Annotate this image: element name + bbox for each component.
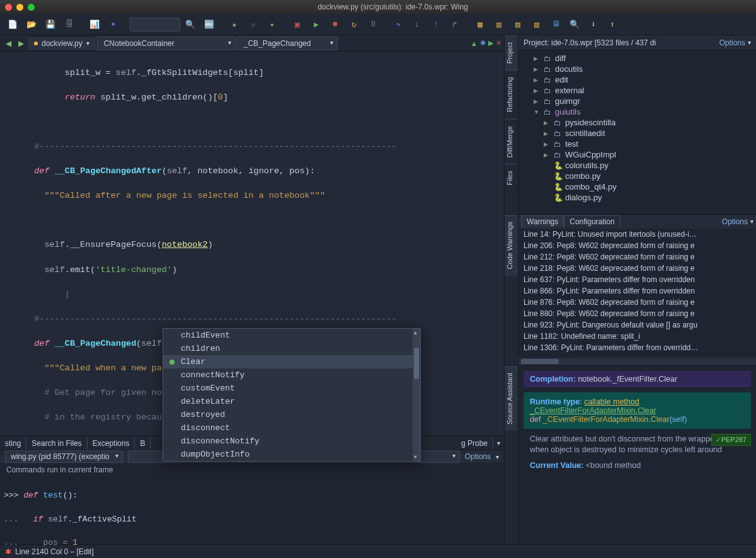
expand-arrow-icon[interactable]: ▶ xyxy=(534,98,541,105)
tree-file[interactable]: 🐍combo.py xyxy=(518,171,756,181)
expand-arrow-icon[interactable]: ▶ xyxy=(534,66,541,72)
monitor-icon[interactable]: 🖥 xyxy=(547,16,564,33)
marker3-icon[interactable]: ▶ xyxy=(488,39,493,47)
bottom-tab[interactable]: Search in Files xyxy=(26,438,87,449)
warning-row[interactable]: Line 876: Pep8: W602 deprecated form of … xyxy=(518,297,756,308)
stop-debug-icon[interactable]: ▣ xyxy=(289,16,306,33)
panel3-icon[interactable]: ▤ xyxy=(509,16,527,33)
nav-fwd-icon[interactable]: ▶ xyxy=(15,37,26,50)
download-icon[interactable]: ⬇ xyxy=(585,16,602,33)
save-icon[interactable]: 💾 xyxy=(42,16,59,33)
autocomplete-item[interactable]: dumpObjectInfo xyxy=(163,448,420,461)
autocomplete-item[interactable]: customEvent xyxy=(163,382,420,395)
config-tab[interactable]: Configuration xyxy=(564,215,620,227)
panel1-icon[interactable]: ▦ xyxy=(471,16,489,33)
class-selector[interactable]: CNotebookContainer xyxy=(97,37,236,50)
autocomplete-item[interactable]: disconnectNotify xyxy=(163,435,420,448)
pause-icon[interactable]: ⏸ xyxy=(364,16,382,33)
step-over-icon[interactable]: ↷ xyxy=(389,16,407,33)
expand-arrow-icon[interactable]: ▶ xyxy=(544,141,551,147)
vtab-project[interactable]: Project xyxy=(505,35,518,70)
expand-arrow-icon[interactable]: ▶ xyxy=(534,55,541,62)
warnings-list[interactable]: Line 14: PyLint: Unused import itertools… xyxy=(518,229,756,358)
minimize-icon[interactable] xyxy=(16,4,23,11)
warning-row[interactable]: Line 14: PyLint: Unused import itertools… xyxy=(518,229,756,240)
new-file-icon[interactable]: 📄 xyxy=(4,16,21,33)
restart-icon[interactable]: ↻ xyxy=(345,16,363,33)
tree-folder[interactable]: ▶🗀diff xyxy=(518,53,756,64)
project-options[interactable]: Options xyxy=(719,38,745,47)
tab-dropdown-icon[interactable]: ▾ xyxy=(86,40,89,47)
warnings-tab[interactable]: Warnings xyxy=(521,215,564,227)
autocomplete-item[interactable]: Clear xyxy=(163,355,420,368)
autocomplete-item[interactable]: destroyed xyxy=(163,408,420,421)
class-link[interactable]: _CEventFilterForAdapterMixin.Clear xyxy=(530,406,656,415)
tree-file[interactable]: 🐍colorutils.py xyxy=(518,160,756,171)
vtab-code-warnings[interactable]: Code Warnings xyxy=(505,215,518,275)
search2-icon[interactable]: 🔍 xyxy=(566,16,583,33)
close-tab-icon[interactable]: ✕ xyxy=(496,39,501,47)
tree-folder[interactable]: ▶🗀docutils xyxy=(518,64,756,74)
warning-row[interactable]: Line 923: PyLint: Dangerous default valu… xyxy=(518,319,756,331)
tree-folder[interactable]: ▶🗀WGuiCppImpl xyxy=(518,149,756,160)
autocomplete-item[interactable]: deleteLater xyxy=(163,395,420,408)
debug-console[interactable]: >>> def test(): ... if self._fActiveSpli… xyxy=(0,477,504,558)
close-icon[interactable] xyxy=(5,4,12,11)
vtab-source-assistant[interactable]: Source Assistant xyxy=(505,366,518,431)
step-into-icon[interactable]: ↓ xyxy=(408,16,426,33)
runtime-type-link[interactable]: callable method xyxy=(584,397,639,406)
marker2-icon[interactable]: ✱ xyxy=(480,39,486,47)
tree-folder[interactable]: ▼🗀guiutils xyxy=(518,106,756,117)
find-replace-icon[interactable]: 🔤 xyxy=(200,16,218,33)
warning-row[interactable]: Line 880: Pep8: W602 deprecated form of … xyxy=(518,308,756,319)
method-selector[interactable]: _CB_PageChanged xyxy=(237,37,338,50)
tree-folder[interactable]: ▶🗀scintillaedit xyxy=(518,128,756,139)
bookmark-config-icon[interactable]: ✦ xyxy=(263,16,281,33)
warning-row[interactable]: Line 866: PyLint: Parameters differ from… xyxy=(518,285,756,297)
options-dropdown-icon[interactable]: ▾ xyxy=(496,453,499,460)
nav-back-icon[interactable]: ◀ xyxy=(3,37,14,50)
vtab-files[interactable]: Files xyxy=(505,164,518,191)
warning-row[interactable]: Line 1182: Undefined name: split_i xyxy=(518,331,756,342)
search-icon[interactable]: 🔍 xyxy=(181,16,199,33)
warning-row[interactable]: Line 1306: PyLint: Parameters differ fro… xyxy=(518,342,756,353)
upload-icon[interactable]: ⬆ xyxy=(604,16,621,33)
warning-row[interactable]: Line 212: Pep8: W602 deprecated form of … xyxy=(518,251,756,263)
tab-menu-icon[interactable]: ▾ xyxy=(493,440,504,447)
panel4-icon[interactable]: ▧ xyxy=(528,16,546,33)
scrollbar[interactable] xyxy=(518,358,756,365)
tree-folder[interactable]: ▶🗀edit xyxy=(518,74,756,85)
open-folder-icon[interactable]: 📂 xyxy=(23,16,40,33)
cursor-icon[interactable]: ➤ xyxy=(105,16,122,33)
autocomplete-item[interactable]: children xyxy=(163,342,420,355)
bottom-tab[interactable]: B xyxy=(135,438,151,449)
step-return-icon[interactable]: ↱ xyxy=(446,16,464,33)
expand-arrow-icon[interactable]: ▶ xyxy=(544,152,551,158)
tree-file[interactable]: 🐍combo_qt4.py xyxy=(518,181,756,192)
marker1-icon[interactable]: ▲ xyxy=(471,40,478,47)
tree-file[interactable]: 🐍dialogs.py xyxy=(518,192,756,203)
autocomplete-item[interactable]: disconnect xyxy=(163,421,420,435)
autocomplete-item[interactable]: connectNotify xyxy=(163,368,420,382)
scrollbar[interactable]: ▲ ▼ xyxy=(413,329,420,461)
step-out-icon[interactable]: ↑ xyxy=(427,16,445,33)
tree-folder[interactable]: ▶🗀guimgr xyxy=(518,96,756,106)
expand-arrow-icon[interactable]: ▶ xyxy=(544,120,551,126)
save-all-icon[interactable]: 🗄 xyxy=(60,16,78,33)
warning-row[interactable]: Line 637: PyLint: Parameters differ from… xyxy=(518,274,756,285)
panel2-icon[interactable]: ▥ xyxy=(490,16,508,33)
bottom-tab[interactable]: g Probe xyxy=(456,438,493,449)
warning-row[interactable]: Line 218: Pep8: W602 deprecated form of … xyxy=(518,263,756,274)
vtab-diffmerge[interactable]: Diff/Merge xyxy=(505,119,518,164)
tree-folder[interactable]: ▶🗀test xyxy=(518,139,756,149)
tree-folder[interactable]: ▶🗀external xyxy=(518,85,756,96)
file-tab[interactable]: dockview.py ▾ xyxy=(28,37,96,50)
process-selector[interactable]: wing.py (pid 85777) (exceptio xyxy=(5,450,123,463)
tree-folder[interactable]: ▶🗀pysidescintilla xyxy=(518,117,756,128)
autocomplete-item[interactable]: childEvent xyxy=(163,329,420,342)
status-error-icon[interactable]: ✱ xyxy=(5,547,11,556)
expand-arrow-icon[interactable]: ▶ xyxy=(534,77,541,83)
chart-icon[interactable]: 📊 xyxy=(86,16,103,33)
warnings-options[interactable]: Options xyxy=(722,217,748,226)
maximize-icon[interactable] xyxy=(28,4,35,11)
